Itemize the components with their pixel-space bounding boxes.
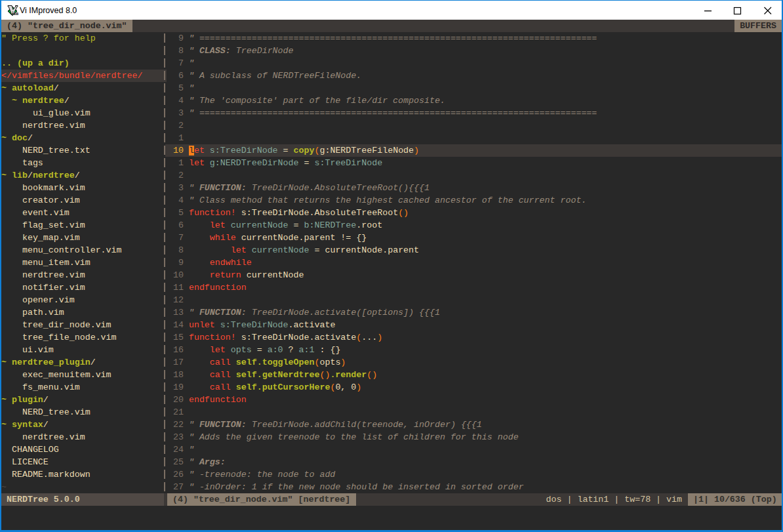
svg-text:im: im	[12, 10, 18, 16]
